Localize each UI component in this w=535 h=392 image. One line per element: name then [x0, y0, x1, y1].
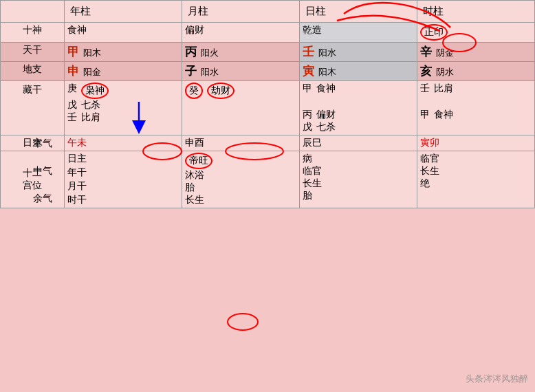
month-bq: 癸 劫财 — [185, 83, 296, 99]
benqi-year-cell: 庚 枭神 戊 七杀 壬 比肩 — [64, 81, 182, 135]
shishen-label: 十神 — [1, 23, 65, 43]
hour-dz-char: 亥 — [420, 63, 432, 79]
tiangan-label: 天干 — [1, 43, 65, 62]
yuqi-overlay-label: 余气 — [29, 191, 56, 206]
svg-point-3 — [228, 314, 258, 330]
day-zhongqi2: 戊七杀 — [303, 121, 414, 133]
zanggan-label: 藏干 — [1, 81, 65, 135]
tiangan-day: 壬 阳水 — [299, 43, 417, 62]
header-year: 年柱 — [64, 1, 182, 23]
shishen-hour: 正印 — [417, 23, 534, 43]
month-dz-attr: 阳水 — [201, 66, 219, 78]
empty-header — [1, 1, 65, 23]
gongwei-left-labels: 日主 年干 月干 时干 — [64, 151, 182, 208]
year-dz-char: 申 — [67, 63, 79, 79]
hour-tg-attr: 阴金 — [436, 47, 454, 59]
year-dz-attr: 阳金 — [83, 66, 101, 78]
diwang-circled: 帝旺 — [185, 153, 212, 169]
year-bq2: 戊 七杀 — [67, 99, 179, 111]
tiangan-month: 丙 阳火 — [182, 43, 299, 62]
year-tg-attr: 阳木 — [83, 47, 101, 59]
hour-tg-char: 辛 — [420, 44, 432, 60]
day-dz-attr: 阳木 — [318, 66, 336, 78]
gongwei-month-col: 帝旺 沐浴 胎 长生 — [182, 151, 299, 208]
rikong-day-val: 辰巳 — [303, 138, 322, 148]
xiaoshen-circled: 枭神 — [81, 83, 109, 99]
dizhi-hour: 亥 阴水 — [417, 62, 534, 81]
benqi-overlay-label: 本气 — [29, 136, 56, 151]
tiangan-row: 天干 甲 阳木 丙 阳火 壬 阳水 辛 阴金 — [1, 43, 535, 62]
hour-bq: 壬比肩 — [420, 83, 532, 95]
tiangan-year: 甲 阳木 — [64, 43, 182, 62]
rikong-hour-val: 寅卯 — [420, 138, 439, 148]
benqi-hour-cell: 壬比肩 甲食神 — [417, 81, 534, 135]
header-hour: 时柱 — [417, 1, 534, 23]
gongwei-row: 十二 宫位 日主 年干 月干 时干 帝旺 沐浴 胎 长生 病 临官 长生 胎 临… — [1, 151, 535, 208]
year-label: 年柱 — [70, 6, 91, 17]
month-tg-char: 丙 — [185, 44, 197, 60]
tiangan-hour: 辛 阴金 — [417, 43, 534, 62]
rikong-year-val: 午未 — [67, 138, 87, 148]
jiecai-circled: 劫财 — [207, 83, 234, 99]
rikong-year: 午未 — [64, 135, 182, 151]
day-bq1: 甲食神 — [303, 83, 414, 95]
rikong-hour: 寅卯 — [417, 135, 534, 151]
rikong-month: 申酉 — [182, 135, 299, 151]
month-tg-attr: 阳火 — [201, 47, 219, 59]
dizhi-year: 申 阳金 — [64, 62, 182, 81]
header-row: 年柱 月柱 日柱 时柱 — [1, 1, 535, 23]
hour-label: 时柱 — [423, 6, 444, 17]
day-label: 日柱 — [305, 6, 326, 17]
watermark: 头条涔涔风独醉 — [466, 373, 528, 385]
month-label: 月柱 — [188, 6, 208, 17]
year-tg-char: 甲 — [67, 44, 79, 60]
shishen-row: 十神 食神 偏财 乾造 正印 — [1, 23, 535, 43]
dizhi-row: 地支 申 阳金 子 阳水 寅 阳木 亥 阴水 — [1, 62, 535, 81]
rikong-month-val: 申酉 — [185, 138, 204, 148]
gongwei-day-col: 病 临官 长生 胎 — [299, 151, 417, 208]
zhengyin-circled: 正印 — [420, 24, 448, 41]
main-table: 年柱 月柱 日柱 时柱 十神 食神 偏财 乾造 正印 天干 — [0, 0, 535, 208]
header-day: 日柱 — [299, 1, 417, 23]
benqi-day-cell: 甲食神 丙偏财 戊七杀 — [299, 81, 417, 135]
rikong-row: 日空 午未 申酉 辰巳 寅卯 — [1, 135, 535, 151]
hour-dz-attr: 阴水 — [436, 66, 454, 78]
gongwei-hour-col: 临官 长生 绝 — [417, 151, 534, 208]
shishen-month: 偏财 — [182, 23, 299, 43]
dizhi-day: 寅 阳木 — [299, 62, 417, 81]
hour-zhongqi: 甲食神 — [420, 109, 532, 121]
rikong-day: 辰巳 — [299, 135, 417, 151]
year-bq3: 壬 比肩 — [67, 111, 179, 124]
shishen-year: 食神 — [64, 23, 182, 43]
shishen-day: 乾造 — [299, 23, 417, 43]
dizhi-label: 地支 — [1, 62, 65, 81]
header-month: 月柱 — [182, 1, 299, 23]
zanggan-title: 藏干 — [3, 84, 61, 96]
day-zhongqi: 丙偏财 — [303, 109, 414, 121]
gui-circled: 癸 — [185, 83, 203, 99]
day-dz-char: 寅 — [303, 63, 314, 79]
day-tg-attr: 阳水 — [318, 47, 336, 59]
month-dz-char: 子 — [185, 63, 197, 79]
day-tg-char: 壬 — [303, 44, 314, 60]
dizhi-month: 子 阳水 — [182, 62, 299, 81]
zhongqi-overlay-label: 中气 — [29, 164, 56, 179]
benqi-month-cell: 癸 劫财 — [182, 81, 299, 135]
year-bq1: 庚 枭神 — [67, 83, 179, 99]
